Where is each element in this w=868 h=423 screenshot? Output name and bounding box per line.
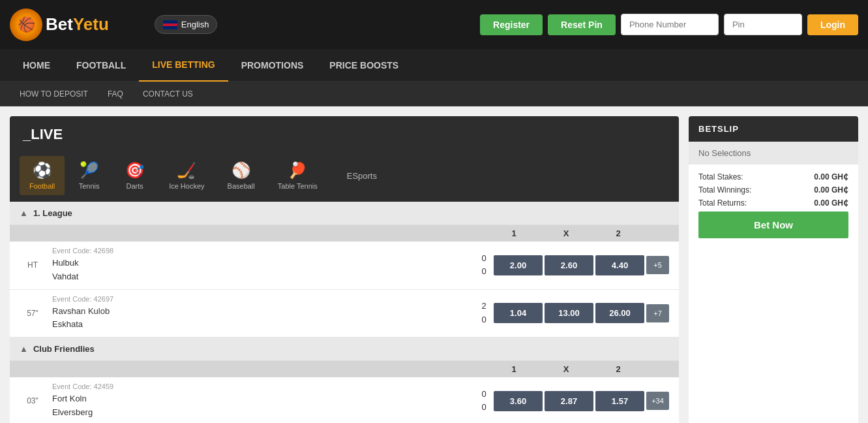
total-returns-label: Total Returns: bbox=[698, 198, 747, 208]
sport-tab-football[interactable]: ⚽ Football bbox=[20, 156, 65, 195]
total-stakes-row: Total Stakes: 0.00 GH₵ bbox=[698, 172, 848, 181]
match-score: 0 0 bbox=[474, 252, 494, 279]
live-title: _LIVE bbox=[23, 126, 63, 142]
odd-1-button[interactable]: 2.00 bbox=[494, 255, 543, 275]
esports-tab[interactable]: ESports bbox=[337, 166, 387, 186]
team1-name: Hulbuk bbox=[52, 257, 468, 270]
match-info: Event Code: 42459 Fort Koln Elversberg bbox=[46, 383, 474, 420]
match-time: 03" bbox=[20, 396, 46, 405]
flag-icon bbox=[163, 20, 177, 29]
no-selections: No Selections bbox=[689, 142, 858, 164]
nav-item-live-betting[interactable]: LIVE BETTING bbox=[139, 49, 228, 82]
team2-name: Vahdat bbox=[52, 270, 468, 284]
odd-2-button[interactable]: 1.57 bbox=[595, 391, 644, 411]
nav-item-football[interactable]: FOOTBALL bbox=[63, 49, 139, 82]
football-icon: ⚽ bbox=[33, 161, 52, 180]
baseball-icon: ⚾ bbox=[232, 161, 251, 180]
sub-nav: HOW TO DEPOSIT FAQ CONTACT US bbox=[0, 82, 868, 106]
tennis-icon: 🎾 bbox=[80, 161, 99, 180]
tennis-label: Tennis bbox=[79, 182, 100, 190]
odds-buttons: 2.00 2.60 4.40 +5 bbox=[494, 255, 669, 275]
logo-icon: 🏀 bbox=[10, 8, 42, 41]
sub-nav-contact[interactable]: CONTACT US bbox=[133, 82, 203, 106]
logo: 🏀 BetYetu bbox=[10, 8, 109, 41]
odd-2-button[interactable]: 26.00 bbox=[595, 303, 644, 323]
nav-item-home[interactable]: HOME bbox=[10, 49, 63, 82]
total-winnings-label: Total Winnings: bbox=[698, 185, 751, 195]
team-names: Ravshan Kulob Eskhata bbox=[52, 305, 468, 332]
match-info: Event Code: 42698 Hulbuk Vahdat bbox=[46, 247, 474, 284]
match-score: 0 0 bbox=[474, 388, 494, 415]
odds-buttons: 1.04 13.00 26.00 +7 bbox=[494, 303, 669, 323]
team1-name: Fort Koln bbox=[52, 392, 468, 406]
register-button[interactable]: Register bbox=[480, 14, 543, 35]
team2-name: Elversberg bbox=[52, 406, 468, 420]
betslip-totals: Total Stakes: 0.00 GH₵ Total Winnings: 0… bbox=[689, 164, 858, 246]
match-time: 57" bbox=[20, 309, 46, 318]
darts-label: Darts bbox=[127, 182, 143, 190]
table-tennis-label: Table Tennis bbox=[278, 182, 318, 190]
table-tennis-icon: 🏓 bbox=[288, 161, 307, 180]
sport-tab-darts[interactable]: 🎯 Darts bbox=[113, 156, 156, 195]
match-time: HT bbox=[20, 260, 46, 270]
odd-x-button[interactable]: 2.60 bbox=[545, 255, 593, 275]
league-2-header: ▲ Club Friendlies bbox=[10, 337, 679, 361]
league-2-odds-header: 1 X 2 bbox=[10, 361, 679, 377]
sport-tab-tennis[interactable]: 🎾 Tennis bbox=[68, 156, 110, 195]
live-header: _LIVE bbox=[10, 116, 679, 153]
sport-tab-baseball[interactable]: ⚾ Baseball bbox=[218, 156, 265, 195]
login-button[interactable]: Login bbox=[807, 14, 858, 35]
phone-number-input[interactable] bbox=[621, 14, 719, 35]
league-1-chevron[interactable]: ▲ bbox=[20, 208, 28, 218]
total-returns-value: 0.00 GH₵ bbox=[814, 198, 848, 208]
match-info: Event Code: 42697 Ravshan Kulob Eskhata bbox=[46, 295, 474, 332]
language-selector[interactable]: English bbox=[155, 15, 218, 34]
team-names: Fort Koln Elversberg bbox=[52, 392, 468, 420]
sport-tab-table-tennis[interactable]: 🏓 Table Tennis bbox=[268, 156, 327, 195]
more-button[interactable]: +7 bbox=[646, 304, 669, 322]
odds-col-x: X bbox=[540, 228, 592, 238]
sub-nav-faq[interactable]: FAQ bbox=[98, 82, 133, 106]
odds-col-1: 1 bbox=[488, 364, 540, 374]
more-button[interactable]: +34 bbox=[646, 392, 669, 410]
odds-col-1: 1 bbox=[488, 228, 540, 238]
team2-name: Eskhata bbox=[52, 318, 468, 332]
odd-1-button[interactable]: 3.60 bbox=[494, 391, 543, 411]
football-label: Football bbox=[29, 182, 55, 190]
event-code: Event Code: 42697 bbox=[52, 295, 468, 303]
league-2-chevron[interactable]: ▲ bbox=[20, 344, 28, 354]
pin-input[interactable] bbox=[724, 14, 802, 35]
table-row: 03" Event Code: 42459 Fort Koln Elversbe… bbox=[10, 377, 679, 423]
total-stakes-label: Total Stakes: bbox=[698, 172, 743, 181]
team-names: Hulbuk Vahdat bbox=[52, 257, 468, 284]
bet-now-button[interactable]: Bet Now bbox=[698, 212, 848, 238]
reset-pin-button[interactable]: Reset Pin bbox=[548, 14, 616, 35]
main-content: _LIVE ⚽ Football 🎾 Tennis 🎯 Darts 🏒 Ice … bbox=[0, 106, 868, 423]
odd-x-button[interactable]: 2.87 bbox=[545, 391, 593, 411]
sport-tab-ice-hockey[interactable]: 🏒 Ice Hockey bbox=[159, 156, 214, 195]
more-button[interactable]: +5 bbox=[646, 256, 669, 274]
sub-nav-deposit[interactable]: HOW TO DEPOSIT bbox=[10, 82, 98, 106]
event-code: Event Code: 42459 bbox=[52, 383, 468, 390]
baseball-label: Baseball bbox=[228, 182, 255, 190]
sports-tabs: ⚽ Football 🎾 Tennis 🎯 Darts 🏒 Ice Hockey… bbox=[10, 153, 679, 202]
league-1-name: 1. League bbox=[33, 208, 72, 218]
league-2-name: Club Friendlies bbox=[33, 344, 95, 354]
ice-hockey-label: Ice Hockey bbox=[169, 182, 204, 190]
odd-x-button[interactable]: 13.00 bbox=[545, 303, 593, 323]
betslip-header: BETSLIP bbox=[689, 116, 858, 142]
nav-item-promotions[interactable]: PROMOTIONS bbox=[228, 49, 317, 82]
total-returns-row: Total Returns: 0.00 GH₵ bbox=[698, 198, 848, 208]
table-row: HT Event Code: 42698 Hulbuk Vahdat 0 0 2… bbox=[10, 242, 679, 290]
nav-item-price-boosts[interactable]: PRICE BOOSTS bbox=[316, 49, 412, 82]
darts-icon: 🎯 bbox=[125, 161, 145, 180]
total-winnings-value: 0.00 GH₵ bbox=[814, 185, 848, 195]
table-row: 57" Event Code: 42697 Ravshan Kulob Eskh… bbox=[10, 290, 679, 338]
odd-1-button[interactable]: 1.04 bbox=[494, 303, 543, 323]
odd-2-button[interactable]: 4.40 bbox=[595, 255, 644, 275]
odds-col-2: 2 bbox=[592, 364, 644, 374]
odds-col-x: X bbox=[540, 364, 592, 374]
odds-buttons: 3.60 2.87 1.57 +34 bbox=[494, 391, 669, 411]
language-label: English bbox=[181, 20, 209, 29]
match-score: 2 0 bbox=[474, 300, 494, 327]
